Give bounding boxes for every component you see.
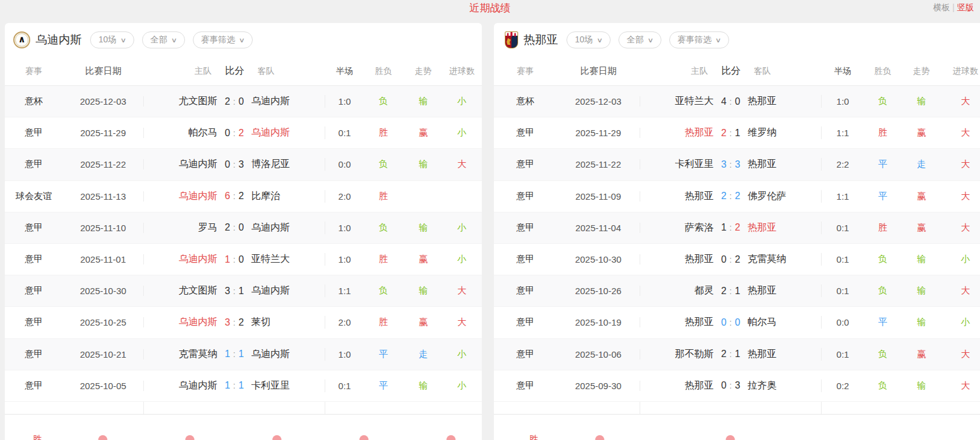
match-cell: 萨索洛 1:2 热那亚 bbox=[640, 222, 822, 234]
match-row[interactable]: 意甲 2025-10-19 热那亚 0:0 帕尔马 0:0 平 输 小 bbox=[494, 307, 980, 338]
header-goals: 进球数 bbox=[941, 66, 980, 77]
match-date-cell: 2025-10-19 bbox=[557, 317, 640, 327]
final-score: 2:0 bbox=[218, 96, 251, 107]
match-row[interactable]: 意甲 2025-10-21 克雷莫纳 1:1 乌迪内斯 1:0 平 走 小 bbox=[5, 339, 482, 370]
goals-over-under-badge: 小 bbox=[444, 96, 480, 107]
header-match: 主队 比分 客队 bbox=[144, 65, 325, 77]
result-badge: 平 bbox=[864, 191, 901, 202]
final-score: 1:2 bbox=[714, 222, 748, 233]
header-result: 胜负 bbox=[364, 66, 403, 77]
competition-cell: 意甲 bbox=[494, 191, 557, 202]
match-date-cell: 2025-11-01 bbox=[63, 254, 144, 264]
goals-over-under-badge: 大 bbox=[941, 349, 980, 360]
table-footer-padding bbox=[494, 402, 980, 415]
match-date-cell: 2025-11-22 bbox=[557, 159, 640, 169]
final-score: 2:2 bbox=[714, 191, 748, 202]
final-score: 1:0 bbox=[218, 254, 251, 265]
competition-cell: 意杯 bbox=[5, 96, 63, 107]
match-row[interactable]: 意甲 2025-11-10 罗马 2:0 乌迪内斯 1:0 负 输 小 bbox=[5, 212, 482, 244]
header-trend: 走势 bbox=[901, 66, 941, 77]
match-row[interactable]: 意杯 2025-12-03 亚特兰大 4:0 热那亚 1:0 负 输 大 bbox=[494, 86, 980, 117]
match-row[interactable]: 意甲 2025-10-26 都灵 2:1 热那亚 0:1 负 输 大 bbox=[494, 275, 980, 307]
match-row[interactable]: 意甲 2025-09-30 热那亚 0:3 拉齐奥 0:2 负 输 大 bbox=[494, 370, 980, 402]
match-row[interactable]: 意甲 2025-11-01 乌迪内斯 1:0 亚特兰大 1:0 胜 赢 小 bbox=[5, 244, 482, 275]
final-score: 0:2 bbox=[218, 128, 251, 139]
udinese-crest-logo bbox=[13, 31, 30, 48]
handicap-trend-badge: 输 bbox=[403, 285, 444, 297]
header-goals: 进球数 bbox=[444, 66, 480, 77]
match-row[interactable]: 意甲 2025-10-05 乌迪内斯 1:1 卡利亚里 0:1 平 输 小 bbox=[5, 370, 482, 402]
match-row[interactable]: 意甲 2025-10-06 那不勒斯 2:1 热那亚 0:1 负 赢 大 bbox=[494, 339, 980, 370]
genoa-crest-logo bbox=[505, 31, 518, 48]
vertical-view-button[interactable]: 竖版 bbox=[957, 2, 974, 12]
handicap-trend-badge: 输 bbox=[403, 159, 444, 170]
final-score: 0:3 bbox=[714, 380, 748, 391]
handicap-trend-badge: 赢 bbox=[901, 191, 941, 202]
away-team: 比摩治 bbox=[251, 190, 325, 203]
match-row[interactable]: 意甲 2025-11-09 热那亚 2:2 佛罗伦萨 1:1 平 赢 大 bbox=[494, 181, 980, 212]
match-cell: 乌迪内斯 1:0 亚特兰大 bbox=[144, 253, 325, 266]
match-row[interactable]: 球会友谊 2025-11-13 乌迪内斯 6:2 比摩治 2:0 胜 bbox=[5, 181, 482, 212]
table-header-row: 赛事 比赛日期 主队 比分 客队 半场 胜负 走势 进球数 bbox=[494, 57, 980, 86]
goals-over-under-badge: 小 bbox=[444, 349, 480, 360]
handicap-trend-badge: 赢 bbox=[901, 349, 941, 360]
final-score: 0:2 bbox=[714, 254, 748, 265]
competition-cell: 意甲 bbox=[5, 380, 63, 392]
chevron-down-icon: ∨ bbox=[120, 36, 126, 44]
home-team: 热那亚 bbox=[640, 126, 714, 139]
scope-filter[interactable]: 全部 ∨ bbox=[142, 31, 185, 48]
match-count-filter[interactable]: 10场 ∨ bbox=[90, 31, 134, 48]
result-badge: 胜 bbox=[364, 191, 403, 202]
match-row[interactable]: 意杯 2025-12-03 尤文图斯 2:0 乌迪内斯 1:0 负 输 小 bbox=[5, 86, 482, 117]
away-team: 拉齐奥 bbox=[748, 379, 822, 392]
away-team: 热那亚 bbox=[748, 284, 822, 297]
away-team: 佛罗伦萨 bbox=[748, 190, 822, 203]
match-row[interactable]: 意甲 2025-11-04 萨索洛 1:2 热那亚 0:1 胜 赢 大 bbox=[494, 212, 980, 244]
header-score: 比分 bbox=[714, 65, 748, 77]
goals-over-under-badge: 大 bbox=[444, 285, 480, 297]
handicap-trend-badge: 走 bbox=[901, 159, 941, 170]
header-match: 主队 比分 客队 bbox=[640, 65, 822, 77]
competition-filter[interactable]: 赛事筛选 ∨ bbox=[193, 31, 253, 48]
win-dot bbox=[360, 435, 369, 440]
handicap-trend-badge: 赢 bbox=[403, 254, 444, 265]
match-row[interactable]: 意甲 2025-10-25 乌迪内斯 3:2 莱切 2:0 胜 赢 大 bbox=[5, 307, 482, 338]
result-badge: 负 bbox=[864, 285, 901, 297]
home-team: 热那亚 bbox=[640, 316, 714, 329]
match-row[interactable]: 意甲 2025-11-29 帕尔马 0:2 乌迪内斯 0:1 胜 赢 小 bbox=[5, 117, 482, 149]
competition-cell: 意甲 bbox=[5, 127, 63, 139]
match-date-cell: 2025-11-10 bbox=[63, 223, 144, 233]
chevron-down-icon: ∨ bbox=[596, 36, 602, 44]
away-team: 热那亚 bbox=[748, 348, 822, 361]
horizontal-view-button[interactable]: 横板 bbox=[933, 2, 950, 12]
competition-cell: 意甲 bbox=[494, 127, 557, 139]
match-date-cell: 2025-11-13 bbox=[63, 191, 144, 202]
handicap-trend-badge: 输 bbox=[901, 254, 941, 265]
result-badge: 负 bbox=[864, 349, 901, 360]
result-badge: 平 bbox=[364, 349, 403, 360]
match-row[interactable]: 意甲 2025-10-30 尤文图斯 3:1 乌迪内斯 1:1 负 输 大 bbox=[5, 275, 482, 307]
result-badge: 负 bbox=[864, 380, 901, 392]
result-badge: 负 bbox=[364, 285, 403, 297]
away-team: 热那亚 bbox=[748, 222, 822, 234]
home-team: 卡利亚里 bbox=[640, 158, 714, 171]
competition-filter[interactable]: 赛事筛选 ∨ bbox=[669, 31, 729, 48]
panel-header: 热那亚 10场 ∨ 全部 ∨ 赛事筛选 ∨ bbox=[494, 23, 980, 57]
match-cell: 热那亚 0:0 帕尔马 bbox=[640, 316, 822, 329]
match-cell: 乌迪内斯 6:2 比摩治 bbox=[144, 190, 325, 203]
handicap-trend-badge: 赢 bbox=[403, 127, 444, 139]
match-row[interactable]: 意甲 2025-11-22 乌迪内斯 0:3 博洛尼亚 0:0 负 输 大 bbox=[5, 149, 482, 180]
match-row[interactable]: 意甲 2025-10-30 热那亚 0:2 克雷莫纳 0:1 负 输 小 bbox=[494, 244, 980, 275]
final-score: 0:0 bbox=[714, 317, 748, 328]
halftime-score: 2:0 bbox=[325, 317, 364, 327]
match-row[interactable]: 意甲 2025-11-22 卡利亚里 3:3 热那亚 2:2 平 走 大 bbox=[494, 149, 980, 180]
header-score: 比分 bbox=[218, 65, 251, 77]
header-halftime: 半场 bbox=[822, 66, 864, 77]
header-competition: 赛事 bbox=[494, 66, 557, 77]
match-count-filter[interactable]: 10场 ∨ bbox=[566, 31, 611, 48]
header-home-team: 主队 bbox=[144, 66, 218, 77]
scope-filter[interactable]: 全部 ∨ bbox=[618, 31, 661, 48]
result-badge: 负 bbox=[364, 222, 403, 234]
match-row[interactable]: 意甲 2025-11-29 热那亚 2:1 维罗纳 1:1 胜 赢 大 bbox=[494, 117, 980, 149]
goals-over-under-badge: 大 bbox=[941, 96, 980, 107]
